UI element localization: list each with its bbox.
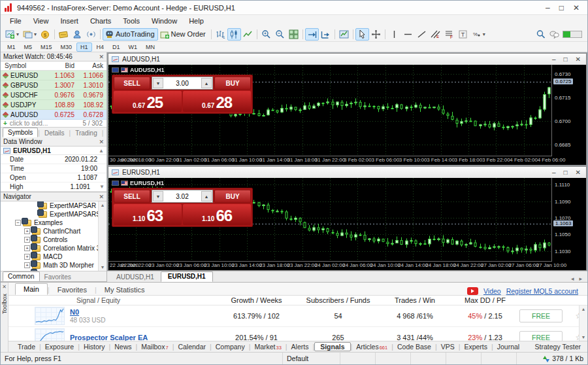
cursor-button[interactable] — [355, 28, 369, 41]
chart-tab-audusd-h1[interactable]: AUDUSD,H1 — [110, 273, 161, 282]
chart-shift-button[interactable] — [319, 28, 333, 41]
menu-charts[interactable]: Charts — [85, 16, 116, 26]
buy-button[interactable]: BUY — [214, 77, 251, 90]
navigator-item[interactable]: +Math 3D Morpher — [1, 261, 106, 269]
navigator-tab-favorites[interactable]: Favorites — [40, 273, 76, 281]
crosshair-button[interactable] — [369, 28, 383, 41]
scroll-down-icon[interactable]: ▼ — [101, 264, 105, 271]
market-watch-add-row[interactable]: + click to add... 5 / 302 — [1, 120, 106, 127]
volume-stepper[interactable]: ▼3.00▲ — [152, 77, 213, 90]
timeframe-m15[interactable]: M15 — [37, 43, 56, 52]
toolbox-tab-experts[interactable]: Experts — [460, 342, 491, 351]
scroll-left-icon[interactable]: ◂ — [571, 275, 574, 282]
toolbox-tab-trade[interactable]: Trade — [14, 342, 39, 351]
expand-icon[interactable]: + — [24, 245, 30, 251]
expand-icon[interactable]: + — [24, 228, 30, 234]
volume-increase-button[interactable]: ▲ — [201, 191, 212, 201]
chart-maximize-button[interactable]: □ — [564, 56, 568, 63]
candlestick-plot[interactable]: EURUSD,H1SELL▼3.02▲BUY1.10631.1066 — [108, 178, 552, 262]
timeframe-mn[interactable]: MN — [142, 43, 159, 52]
menu-window[interactable]: Window — [146, 16, 182, 26]
sell-price-panel[interactable]: 0.6725 — [114, 91, 182, 112]
vertical-line-button[interactable] — [387, 28, 401, 41]
timeframe-h4[interactable]: H4 — [93, 43, 108, 52]
collapse-icon[interactable]: − — [15, 220, 21, 226]
navigator-tab-common[interactable]: Common — [3, 271, 40, 281]
toolbox-tab-company[interactable]: Company — [212, 342, 249, 351]
market-watch-close-icon[interactable]: ✕ — [99, 54, 104, 60]
status-profile[interactable]: Default — [283, 353, 340, 364]
timeframe-h1[interactable]: H1 — [76, 43, 92, 52]
horizontal-line-button[interactable] — [401, 28, 415, 41]
trendline-button[interactable] — [415, 28, 429, 41]
toolbox-tab-code-base[interactable]: Code Base — [393, 342, 435, 351]
signal-name-link[interactable]: N0 — [70, 308, 105, 316]
sell-price-panel[interactable]: 1.1063 — [114, 204, 182, 225]
new-chart-button[interactable]: ▾ — [3, 28, 21, 41]
zoom-in-button[interactable] — [259, 28, 273, 41]
navigator-item[interactable]: +Controls — [1, 235, 106, 244]
menu-tools[interactable]: Tools — [118, 16, 145, 26]
navigator-close-icon[interactable]: ✕ — [99, 194, 104, 200]
header-signal-equity[interactable]: Signal / Equity — [8, 296, 216, 304]
navigator-item[interactable]: +MACD — [1, 252, 106, 261]
column-symbol[interactable]: Symbol — [1, 62, 49, 69]
chart-close-button[interactable]: ✕ — [576, 56, 581, 63]
header-growth-weeks[interactable]: Growth / Weeks — [216, 296, 297, 304]
autotrading-button[interactable]: AutoTrading — [103, 28, 158, 41]
signal-row[interactable]: N048 033 USD613.79% / 102544 968 /61%45%… — [8, 305, 587, 327]
menu-view[interactable]: View — [28, 16, 54, 26]
scroll-right-icon[interactable]: ▸ — [579, 275, 582, 282]
signals-scrollbar[interactable]: ▲ ▼ — [579, 305, 587, 341]
fibonacci-button[interactable]: F — [442, 28, 456, 41]
signals-tab-my-statistics[interactable]: My Statistics — [97, 285, 153, 295]
navigator-item[interactable]: +Correlation Matrix 3D — [1, 244, 106, 252]
auto-scroll-button[interactable] — [305, 28, 319, 41]
market-watch-row[interactable]: AUDUSD0.67250.6728 — [1, 110, 106, 120]
mql5-button[interactable]: $ — [39, 28, 52, 41]
market-watch-row[interactable]: EURUSD1.10631.1066 — [1, 71, 106, 80]
navigator-item[interactable]: ExpertMAPSAR — [1, 201, 106, 210]
column-ask[interactable]: Ask — [78, 62, 106, 69]
toolbox-tab-vps[interactable]: VPS — [437, 342, 459, 351]
navigator-item[interactable]: +ChartInChart — [1, 227, 106, 235]
toolbox-tab-articles[interactable]: Articles661 — [352, 342, 391, 351]
toolbox-close-icon[interactable]: ✕ — [2, 283, 7, 291]
buy-price-panel[interactable]: 1.1066 — [183, 204, 251, 225]
close-button[interactable]: ✕ — [573, 3, 580, 12]
sell-button[interactable]: SELL — [114, 77, 150, 90]
free-button[interactable]: FREE — [519, 331, 563, 341]
symbols-button[interactable] — [57, 28, 71, 41]
market-watch-row[interactable]: USDJPY108.89108.92 — [1, 100, 106, 110]
signal-row[interactable]: Prospector Scalper EA201.54% / 912653 43… — [8, 327, 587, 341]
search-button[interactable] — [534, 28, 547, 41]
chart-window-title-bar[interactable]: AUDUSD,H1–□✕ — [108, 54, 586, 65]
toolbox-tab-journal[interactable]: Journal — [493, 342, 523, 351]
volume-increase-button[interactable]: ▲ — [201, 78, 212, 88]
header-trades-win[interactable]: Trades / Win — [379, 296, 451, 304]
timeframe-m5[interactable]: M5 — [20, 43, 37, 52]
strategy-tester-label[interactable]: Strategy Tester — [535, 343, 587, 351]
equidistant-channel-button[interactable]: E — [429, 28, 442, 41]
candlestick-plot[interactable]: AUDUSD,H1SELL▼3.00▲BUY0.67250.6728 — [108, 65, 552, 156]
chart-close-button[interactable]: ✕ — [576, 169, 581, 176]
toolbox-tab-signals[interactable]: Signals — [314, 342, 350, 351]
expand-icon[interactable]: + — [24, 262, 30, 268]
scroll-up-icon[interactable]: ▲ — [581, 307, 586, 311]
chart-minimize-button[interactable]: – — [552, 56, 556, 63]
video-icon[interactable] — [467, 287, 478, 295]
toolbox-tab-calendar[interactable]: Calendar — [174, 342, 210, 351]
chart-tab-eurusd-h1[interactable]: EURUSD,H1 — [161, 271, 213, 282]
tile-windows-button[interactable] — [287, 28, 301, 41]
minimize-button[interactable]: – — [546, 3, 550, 12]
navigator-item[interactable]: ExpertMAPSARSizeOptim — [1, 210, 106, 218]
volume-decrease-button[interactable]: ▼ — [153, 191, 163, 201]
toolbox-tab-news[interactable]: News — [110, 342, 135, 351]
line-chart-button[interactable] — [241, 28, 255, 41]
market-watch-tab-trading[interactable]: Trading — [71, 129, 102, 137]
navigator-scrollbar[interactable]: ▲ ▼ — [98, 201, 106, 271]
candles-chart-button[interactable] — [227, 28, 241, 41]
bars-chart-button[interactable]: 1 — [214, 28, 227, 41]
menu-file[interactable]: File — [5, 16, 27, 26]
objects-button[interactable]: % ▾ — [470, 28, 487, 41]
